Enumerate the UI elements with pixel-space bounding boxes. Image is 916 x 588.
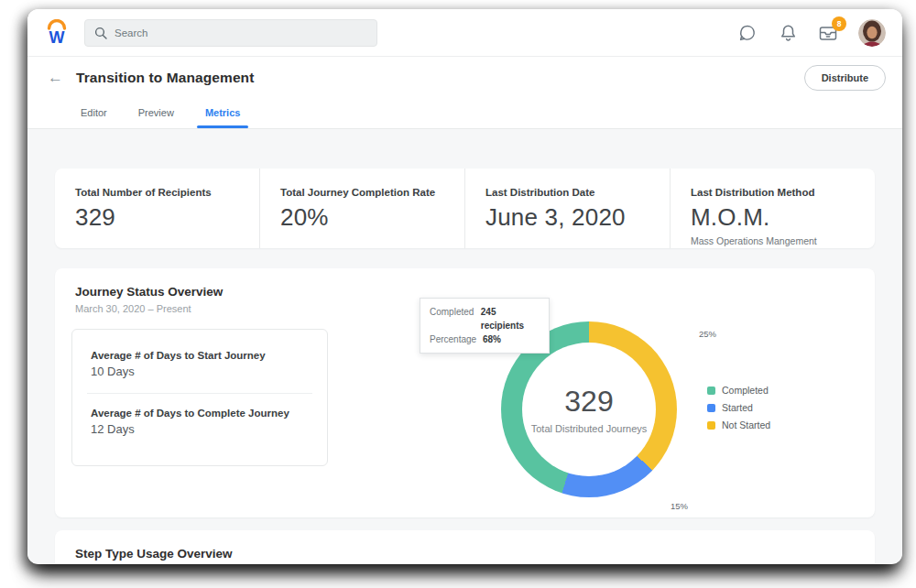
legend-label: Completed: [722, 385, 769, 396]
stat-value: 20%: [280, 203, 455, 232]
stat-last-distribution-method: Last Distribution Method M.O.M. Mass Ope…: [670, 169, 875, 248]
divider: [87, 393, 312, 394]
pct-label-not-started: 25%: [699, 329, 716, 339]
avg-complete-label: Average # of Days to Complete Journey: [91, 408, 309, 419]
stat-last-distribution-date: Last Distribution Date June 3, 2020: [464, 169, 670, 248]
legend-item-not-started: Not Started: [707, 419, 770, 430]
step-type-usage-card: Step Type Usage Overview: [55, 530, 875, 563]
stat-label: Total Journey Completion Rate: [280, 187, 455, 198]
search-box[interactable]: [84, 19, 377, 47]
tooltip-value: 245 recipients: [481, 305, 540, 332]
donut-center-value: 329: [564, 385, 613, 419]
inbox-badge: 8: [832, 16, 846, 31]
back-arrow-icon[interactable]: ←: [48, 70, 63, 85]
stat-value: 329: [75, 203, 250, 232]
pct-label-started: 15%: [671, 501, 688, 511]
stat-label: Total Number of Recipients: [75, 187, 250, 198]
legend-label: Started: [722, 402, 753, 413]
step-type-usage-title: Step Type Usage Overview: [75, 547, 855, 561]
app-window: W 8: [27, 9, 902, 564]
stat-label: Last Distribution Method: [691, 187, 866, 198]
logo-letter: W: [49, 28, 65, 47]
avg-start-label: Average # of Days to Start Journey: [91, 350, 309, 361]
tab-editor[interactable]: Editor: [81, 107, 107, 128]
tooltip-label: Percentage: [430, 332, 483, 346]
inbox-icon[interactable]: 8: [818, 23, 838, 43]
tab-metrics[interactable]: Metrics: [205, 107, 241, 128]
summary-stats-card: Total Number of Recipients 329 Total Jou…: [55, 169, 875, 248]
avg-start-value: 10 Days: [91, 365, 309, 378]
stat-total-recipients: Total Number of Recipients 329: [55, 169, 259, 248]
search-icon: [94, 27, 107, 39]
metrics-content: Total Number of Recipients 329 Total Jou…: [27, 129, 902, 563]
avg-complete-row: Average # of Days to Complete Journey 12…: [91, 408, 309, 436]
legend-swatch-started: [707, 404, 715, 412]
stat-completion-rate: Total Journey Completion Rate 20%: [259, 169, 464, 248]
journey-status-card: Journey Status Overview March 30, 2020 –…: [55, 268, 875, 517]
chat-icon[interactable]: [737, 23, 758, 43]
stat-label: Last Distribution Date: [485, 187, 660, 198]
page-background: W 8: [0, 0, 916, 588]
legend-label: Not Started: [722, 419, 770, 430]
tooltip-label: Completed: [430, 305, 481, 332]
avg-start-row: Average # of Days to Start Journey 10 Da…: [91, 350, 309, 378]
notifications-bell-icon[interactable]: [778, 23, 798, 43]
page-title: Transition to Management: [76, 70, 254, 86]
tooltip-value: 68%: [483, 332, 501, 346]
tab-bar: Editor Preview Metrics: [27, 98, 902, 129]
page-header: ← Transition to Management Distribute: [27, 57, 902, 98]
donut-center: 329 Total Distributed Journeys: [522, 343, 656, 476]
chart-legend: Completed Started Not Started: [707, 385, 770, 430]
topbar-actions: 8: [737, 19, 886, 47]
tab-preview[interactable]: Preview: [138, 107, 174, 128]
stat-value: M.O.M.: [691, 203, 866, 232]
stat-subvalue: Mass Operations Mangement: [691, 235, 866, 246]
journey-status-title: Journey Status Overview: [75, 285, 855, 299]
chart-tooltip: Completed 245 recipients Percentage 68%: [420, 298, 550, 354]
legend-item-completed: Completed: [707, 385, 770, 396]
legend-item-started: Started: [707, 402, 770, 413]
avg-complete-value: 12 Days: [91, 422, 309, 436]
donut-center-label: Total Distributed Journeys: [531, 423, 648, 434]
legend-swatch-completed: [707, 387, 715, 395]
workday-logo[interactable]: W: [44, 19, 70, 47]
average-days-panel: Average # of Days to Start Journey 10 Da…: [71, 329, 328, 466]
stat-value: June 3, 2020: [485, 203, 660, 232]
top-bar: W 8: [27, 9, 902, 57]
legend-swatch-not-started: [707, 421, 715, 430]
distribute-button[interactable]: Distribute: [804, 65, 886, 91]
search-input[interactable]: [114, 27, 367, 38]
user-avatar[interactable]: [858, 19, 886, 47]
logo-arc-icon: [49, 20, 65, 27]
